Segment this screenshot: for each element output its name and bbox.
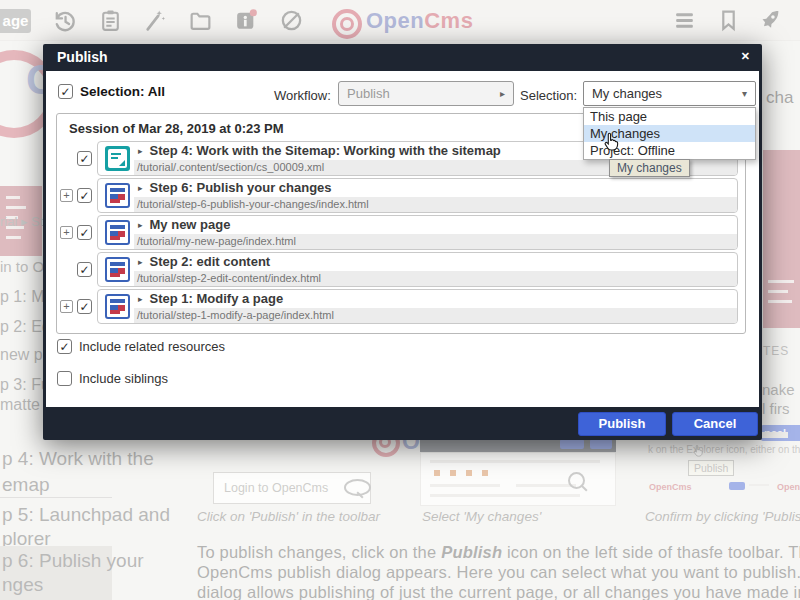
resource-card[interactable]: ▸My new page /tutorial/my-new-page/index… — [97, 215, 738, 250]
check-icon: ✓ — [79, 263, 89, 277]
check-icon: ✓ — [79, 189, 89, 203]
resource-path: /tutorial/step-1-modify-a-page/index.htm… — [134, 308, 737, 323]
close-icon[interactable]: ✕ — [741, 50, 750, 63]
publish-dialog: Publish ✕ ✓ Selection: All Workflow: Pub… — [43, 44, 762, 440]
selection-label: Selection: — [520, 88, 577, 103]
resource-path: /tutorial/step-6-publish-your-changes/in… — [134, 197, 737, 212]
cancel-button[interactable]: Cancel — [672, 412, 758, 436]
resource-title: Step 6: Publish your changes — [150, 180, 332, 195]
expand-icon[interactable]: + — [60, 189, 73, 202]
chevron-down-icon: ▾ — [742, 82, 747, 105]
include-siblings-checkbox[interactable] — [57, 371, 72, 386]
workflow-select[interactable]: Publish ▸ — [338, 81, 514, 106]
include-related-checkbox[interactable]: ✓ — [57, 339, 72, 354]
expand-icon[interactable]: + — [60, 226, 73, 239]
publish-button[interactable]: Publish — [578, 412, 666, 436]
publish-item: ✓ ▸Step 2: edit content /tutorial/step-2… — [60, 252, 738, 287]
chevron-right-icon: ▸ — [500, 82, 505, 105]
plus-icon: + — [63, 226, 69, 238]
check-icon: ✓ — [59, 340, 69, 354]
dialog-body: ✓ Selection: All Workflow: Publish ▸ Sel… — [46, 71, 759, 407]
check-icon: ✓ — [60, 85, 70, 99]
publish-item: + ✓ ▸Step 1: Modify a page /tutorial/ste… — [60, 289, 738, 324]
selection-all-label: Selection: All — [80, 84, 165, 99]
plus-icon: + — [63, 300, 69, 312]
include-related-row: ✓ Include related resources — [57, 339, 225, 354]
include-siblings-label: Include siblings — [79, 371, 168, 386]
triangle-icon[interactable]: ▸ — [138, 294, 143, 304]
publish-item: + ✓ ▸My new page /tutorial/my-new-page/i… — [60, 215, 738, 250]
dropdown-tooltip: My changes — [609, 159, 690, 177]
dialog-title: Publish — [57, 49, 108, 65]
check-icon: ✓ — [79, 300, 89, 314]
resource-path: /tutorial/step-2-edit-content/index.html — [134, 271, 737, 286]
dropdown-option-this-page[interactable]: This page — [584, 108, 755, 125]
triangle-icon[interactable]: ▸ — [138, 146, 143, 156]
expand-icon[interactable]: + — [60, 300, 73, 313]
triangle-icon[interactable]: ▸ — [138, 220, 143, 230]
resource-title: Step 1: Modify a page — [150, 291, 284, 306]
item-checkbox[interactable]: ✓ — [77, 151, 92, 166]
include-siblings-row: Include siblings — [57, 371, 168, 386]
item-checkbox[interactable]: ✓ — [77, 299, 92, 314]
workflow-label: Workflow: — [274, 88, 331, 103]
item-checkbox[interactable]: ✓ — [77, 188, 92, 203]
selection-value: My changes — [592, 86, 662, 101]
resource-path: /tutorial/my-new-page/index.html — [134, 234, 737, 249]
page-icon — [105, 257, 130, 282]
workflow-value: Publish — [347, 86, 390, 101]
selection-all-row: ✓ Selection: All — [58, 84, 165, 99]
page-icon — [105, 220, 130, 245]
plus-icon: + — [63, 189, 69, 201]
resource-card[interactable]: ▸Step 2: edit content /tutorial/step-2-e… — [97, 252, 738, 287]
page-icon — [105, 183, 130, 208]
resource-title: Step 4: Work with the Sitemap: Working w… — [150, 143, 501, 158]
resource-title: My new page — [150, 217, 231, 232]
triangle-icon[interactable]: ▸ — [138, 183, 143, 193]
check-icon: ✓ — [79, 152, 89, 166]
resource-title: Step 2: edit content — [150, 254, 271, 269]
content-element-icon — [105, 146, 130, 171]
selection-select[interactable]: My changes ▾ — [583, 81, 756, 106]
item-checkbox[interactable]: ✓ — [77, 225, 92, 240]
resource-card[interactable]: ▸Step 6: Publish your changes /tutorial/… — [97, 178, 738, 213]
item-checkbox[interactable]: ✓ — [77, 262, 92, 277]
resource-card[interactable]: ▸Step 1: Modify a page /tutorial/step-1-… — [97, 289, 738, 324]
dialog-footer: Publish Cancel — [43, 407, 762, 440]
check-icon: ✓ — [79, 226, 89, 240]
mouse-cursor-icon — [600, 131, 622, 153]
include-related-label: Include related resources — [79, 339, 225, 354]
page-icon — [105, 294, 130, 319]
publish-item: + ✓ ▸Step 6: Publish your changes /tutor… — [60, 178, 738, 213]
selection-all-checkbox[interactable]: ✓ — [58, 84, 73, 99]
triangle-icon[interactable]: ▸ — [138, 257, 143, 267]
